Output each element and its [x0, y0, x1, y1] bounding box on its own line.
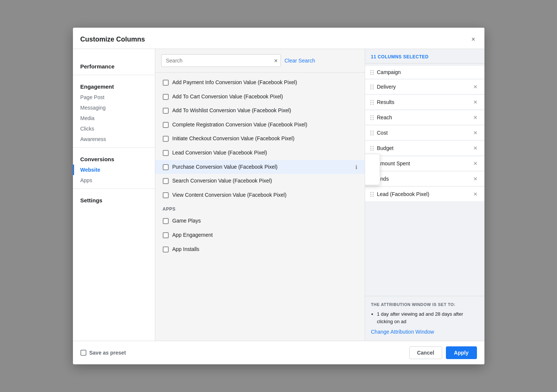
modal-overlay[interactable]: Customize Columns × Performance Engageme…	[0, 0, 557, 392]
settings-section: Settings	[73, 194, 155, 206]
modal-body: Performance Engagement Page Post Messagi…	[73, 49, 484, 341]
attribution-list: 1 day after viewing ad and 28 days after…	[377, 310, 478, 325]
item-checkbox[interactable]	[163, 150, 169, 156]
list-item[interactable]: Add To Cart Conversion Value (Facebook P…	[155, 90, 365, 104]
sidebar-item-page-post[interactable]: Page Post	[73, 92, 155, 102]
columns-selected-header: 11 COLUMNS SELECTED	[365, 49, 484, 64]
right-panel: 11 COLUMNS SELECTED Campaign	[365, 49, 484, 341]
drag-handle-icon	[370, 115, 374, 120]
engagement-title: Engagement	[73, 80, 155, 92]
item-checkbox[interactable]	[163, 136, 169, 142]
modal-title: Customize Columns	[80, 36, 145, 43]
sidebar-item-apps[interactable]: Apps	[73, 175, 155, 186]
clear-search-button[interactable]: Clear Search	[285, 58, 315, 64]
engagement-section: Engagement Page Post Messaging Media Cli…	[73, 80, 155, 144]
col-name: Results	[377, 99, 472, 105]
selected-col-budget: Budget ✕	[365, 141, 484, 156]
save-preset-label: Save as preset	[89, 350, 126, 356]
remove-col-button[interactable]: ✕	[472, 190, 479, 198]
settings-title: Settings	[73, 194, 155, 206]
remove-col-button[interactable]: ✕	[472, 98, 479, 106]
apply-button[interactable]: Apply	[446, 346, 477, 359]
sidebar-item-messaging[interactable]: Messaging	[73, 102, 155, 113]
sidebar-item-website[interactable]: Website	[73, 165, 155, 175]
col-name: Campaign	[377, 69, 479, 75]
item-label: Add To Cart Conversion Value (Facebook P…	[172, 93, 357, 101]
sidebar: Performance Engagement Page Post Messagi…	[73, 49, 155, 341]
selected-col-results: Results ✕	[365, 95, 484, 110]
cancel-button[interactable]: Cancel	[409, 346, 442, 359]
tooltip-title: DEFINITION	[365, 159, 374, 164]
selected-col-delivery: Delivery ✕	[365, 80, 484, 94]
remove-col-button[interactable]: ✕	[472, 144, 479, 152]
item-checkbox[interactable]	[163, 246, 169, 252]
item-checkbox[interactable]	[163, 108, 169, 114]
modal-footer: Save as preset Cancel Apply	[73, 341, 484, 364]
conversions-section: Conversions Website Apps	[73, 153, 155, 186]
tooltip-box: DEFINITION The total value of purchase (…	[365, 154, 380, 185]
remove-col-button[interactable]: ✕	[472, 129, 479, 137]
list-item[interactable]: Complete Registration Conversion Value (…	[155, 118, 365, 132]
list-item[interactable]: Add Payment Info Conversion Value (Faceb…	[155, 76, 365, 90]
item-checkbox[interactable]	[163, 94, 169, 100]
change-attribution-link[interactable]: Change Attribution Window	[371, 329, 434, 335]
drag-handle-icon	[370, 70, 374, 75]
list-item[interactable]: Initiate Checkout Conversion Value (Face…	[155, 132, 365, 146]
footer-buttons: Cancel Apply	[409, 346, 477, 359]
item-checkbox[interactable]	[163, 80, 169, 86]
selected-col-lead: Lead (Facebook Pixel) ✕	[365, 187, 484, 202]
list-item[interactable]: Search Conversion Value (Facebook Pixel)	[155, 174, 365, 188]
sidebar-item-media[interactable]: Media	[73, 113, 155, 123]
search-input[interactable]	[161, 54, 281, 67]
item-label: Game Plays	[172, 217, 357, 225]
col-name: Cost	[377, 130, 472, 136]
item-label: Complete Registration Conversion Value (…	[172, 121, 357, 129]
performance-section: Performance	[73, 60, 155, 72]
attribution-section: THE ATTRIBUTION WINDOW IS SET TO: 1 day …	[365, 296, 484, 341]
remove-col-button[interactable]: ✕	[472, 175, 479, 183]
item-label: App Installs	[172, 246, 357, 253]
col-name: Budget	[377, 145, 472, 151]
customize-columns-modal: Customize Columns × Performance Engageme…	[73, 28, 484, 364]
performance-title: Performance	[73, 60, 155, 72]
search-clear-icon[interactable]: ✕	[274, 58, 278, 64]
info-icon[interactable]: ℹ	[355, 164, 357, 170]
item-checkbox[interactable]	[163, 122, 169, 128]
modal-header: Customize Columns ×	[73, 28, 484, 49]
drag-handle-icon	[370, 85, 374, 89]
list-item[interactable]: View Content Conversion Value (Facebook …	[155, 188, 365, 202]
item-checkbox[interactable]	[163, 232, 169, 238]
item-label: Lead Conversion Value (Facebook Pixel)	[172, 149, 357, 157]
sidebar-item-clicks[interactable]: Clicks	[73, 123, 155, 134]
remove-col-button[interactable]: ✕	[472, 83, 479, 91]
item-label: Purchase Conversion Value (Facebook Pixe…	[172, 163, 353, 171]
item-checkbox[interactable]	[163, 218, 169, 224]
drag-handle-icon	[370, 146, 374, 151]
item-label: Initiate Checkout Conversion Value (Face…	[172, 135, 357, 143]
item-checkbox[interactable]	[163, 164, 169, 170]
sidebar-item-awareness[interactable]: Awareness	[73, 134, 155, 144]
list-item[interactable]: Add To Wishlist Conversion Value (Facebo…	[155, 104, 365, 118]
col-name: Reach	[377, 114, 472, 120]
selected-col-campaign: Campaign	[365, 66, 484, 79]
save-preset-checkbox[interactable]	[80, 350, 86, 356]
remove-col-button[interactable]: ✕	[472, 160, 479, 167]
item-checkbox[interactable]	[163, 192, 169, 198]
list-item-app-engagement[interactable]: App Engagement	[155, 228, 365, 242]
remove-col-button[interactable]: ✕	[472, 114, 479, 121]
close-button[interactable]: ×	[470, 34, 477, 44]
apps-section-header: APPS	[155, 202, 365, 214]
item-label: View Content Conversion Value (Facebook …	[172, 192, 357, 199]
list-item-game-plays[interactable]: Game Plays	[155, 214, 365, 228]
attribution-item: 1 day after viewing ad and 28 days after…	[377, 310, 478, 325]
list-item-purchase[interactable]: Purchase Conversion Value (Facebook Pixe…	[155, 160, 365, 174]
item-checkbox[interactable]	[163, 178, 169, 184]
selected-col-ends: Ends ✕	[365, 172, 484, 186]
col-name: Delivery	[377, 84, 472, 90]
columns-list: Add Payment Info Conversion Value (Faceb…	[155, 73, 365, 341]
item-label: App Engagement	[172, 232, 357, 239]
conversions-title: Conversions	[73, 153, 155, 165]
selected-columns-list: Campaign Delivery ✕	[365, 64, 484, 296]
list-item[interactable]: Lead Conversion Value (Facebook Pixel)	[155, 146, 365, 160]
list-item-app-installs[interactable]: App Installs	[155, 242, 365, 257]
